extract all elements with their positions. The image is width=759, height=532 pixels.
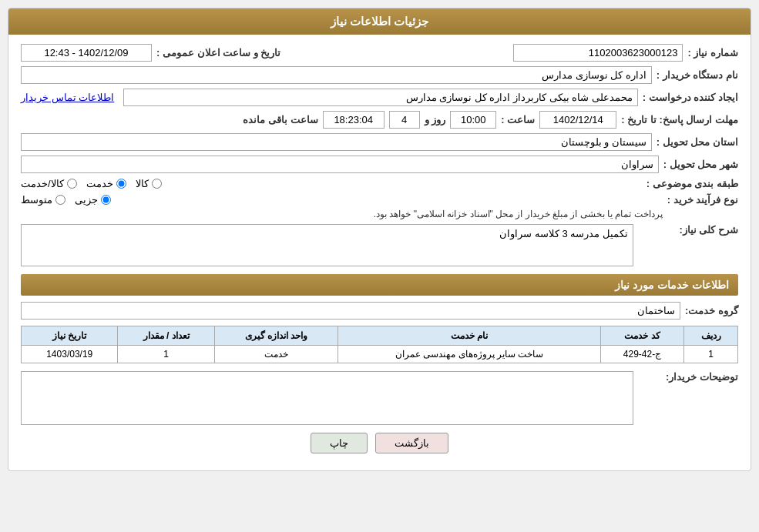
datetime-value: 1402/12/09 - 12:43 — [21, 44, 152, 62]
need-number-label: شماره نیاز : — [687, 47, 738, 59]
province-value: سیستان و بلوچستان — [21, 133, 652, 151]
deadline-time-value: 10:00 — [450, 111, 496, 129]
print-button[interactable]: چاپ — [311, 433, 368, 453]
services-table: ردیف کد خدمت نام خدمت واحد اندازه گیری ت… — [21, 326, 738, 363]
col-unit: واحد اندازه گیری — [214, 326, 338, 346]
deadline-remaining-value: 18:23:04 — [323, 111, 385, 129]
contact-link[interactable]: اطلاعات تماس خریدار — [21, 92, 114, 103]
process-option-motevaset[interactable]: متوسط — [21, 194, 65, 206]
process-option-jozi[interactable]: جزیی — [75, 194, 111, 206]
col-row: ردیف — [684, 326, 738, 346]
deadline-remaining-label: ساعت باقی مانده — [243, 114, 317, 125]
table-row: 1ج-42-429ساخت سایر پروژه‌های مهندسی عمرا… — [22, 346, 738, 363]
category-option-khedmat[interactable]: خدمت — [86, 178, 126, 189]
col-name: نام خدمت — [338, 326, 601, 346]
services-section-title: اطلاعات خدمات مورد نیاز — [21, 274, 738, 296]
buyer-notes-textarea[interactable] — [21, 371, 633, 425]
buyer-notes-label: توضیحات خریدار: — [638, 371, 738, 383]
province-label: استان محل تحویل : — [657, 136, 738, 148]
col-quantity: تعداد / مقدار — [118, 326, 214, 346]
buyer-org-label: نام دستگاه خریدار : — [657, 69, 738, 81]
datetime-label: تاریخ و ساعت اعلان عمومی : — [156, 47, 280, 59]
category-option-kala[interactable]: کالا — [136, 178, 162, 189]
description-textarea[interactable] — [21, 224, 633, 266]
service-group-value: ساختمان — [21, 302, 680, 320]
buyer-org-value: اداره کل نوسازی مدارس — [21, 66, 652, 84]
category-radio-group: کالا خدمت کالا/خدمت — [21, 178, 642, 189]
category-label: طبقه بندی موضوعی : — [646, 178, 738, 189]
button-row: بازگشت چاپ — [21, 433, 738, 461]
deadline-time-label: ساعت : — [501, 114, 535, 125]
city-value: سراوان — [21, 156, 659, 173]
city-label: شهر محل تحویل : — [663, 159, 738, 170]
page-title: جزئیات اطلاعات نیاز — [8, 8, 751, 35]
description-label: شرح کلی نیاز: — [638, 224, 738, 236]
deadline-date: 1402/12/14 — [539, 111, 616, 129]
deadline-days-value: 4 — [389, 111, 420, 129]
back-button[interactable]: بازگشت — [375, 433, 448, 453]
process-label: نوع فرآیند خرید : — [667, 194, 738, 206]
requester-value: محمدعلی شاه بیکی کاربرداز اداره کل نوساز… — [123, 89, 638, 106]
need-number-value: 1102003623000123 — [513, 44, 683, 62]
requester-label: ایجاد کننده درخواست : — [643, 92, 738, 103]
deadline-days-label: روز و — [425, 114, 446, 125]
category-option-kala-khedmat[interactable]: کالا/خدمت — [21, 178, 77, 189]
service-group-label: گروه خدمت: — [685, 305, 738, 316]
process-note: پرداخت تمام یا بخشی از مبلغ خریدار از مح… — [21, 209, 663, 219]
col-date: تاریخ نیاز — [22, 326, 118, 346]
col-code: کد خدمت — [601, 326, 684, 346]
deadline-label: مهلت ارسال پاسخ: تا تاریخ : — [621, 114, 738, 125]
